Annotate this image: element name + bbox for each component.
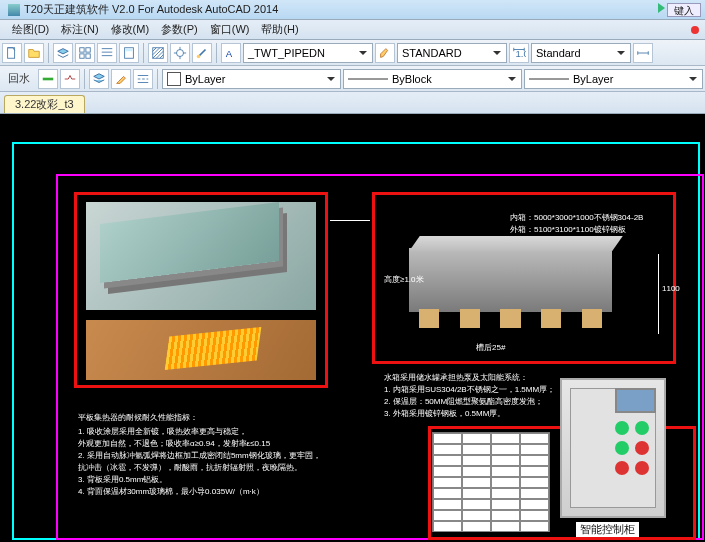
toolbar-row-1: A _TWT_PIPEDN STANDARD 1.0 Standard <box>0 40 705 66</box>
dimstyle-value: Standard <box>536 47 581 59</box>
text-icon[interactable]: A <box>221 43 241 63</box>
tab-strip: 3.22改彩_t3 <box>0 92 705 114</box>
grid-icon[interactable] <box>75 43 95 63</box>
new-icon[interactable] <box>2 43 22 63</box>
hatch-icon[interactable] <box>148 43 168 63</box>
svg-rect-6 <box>126 48 133 51</box>
chevron-down-icon <box>505 72 519 86</box>
style-icon[interactable] <box>192 43 212 63</box>
layers-icon[interactable] <box>89 69 109 89</box>
title-bar: T20天正建筑软件 V2.0 For Autodesk AutoCAD 2014… <box>0 0 705 20</box>
panel-spec-2b: 抗冲击（冰雹，不发弹），耐酸雨，抗折射辐射照，夜晚隔热。 <box>78 462 398 474</box>
calc-icon[interactable] <box>119 43 139 63</box>
textstyle-combo[interactable]: STANDARD <box>397 43 507 63</box>
keyword-input[interactable]: 键入 <box>667 3 701 17</box>
tank-note-left: 高度≥1.0米 <box>384 274 424 286</box>
model-viewport[interactable]: 1100 内箱：5000*3000*1000不锈钢304-2B 外箱：5100*… <box>0 114 705 542</box>
tank-spec-head: 水箱采用储水罐承担热泵及太阳能系统： <box>384 372 604 384</box>
dim-icon[interactable]: 1.0 <box>509 43 529 63</box>
svg-text:A: A <box>226 48 233 59</box>
menu-modify[interactable]: 修改(M) <box>105 22 156 37</box>
valve-icon[interactable] <box>60 69 80 89</box>
color-value: ByLayer <box>185 73 225 85</box>
lineweight-value: ByLayer <box>573 73 613 85</box>
panel-spec-1: 1. 吸收涂层采用全新镀，吸热效率更高与稳定， <box>78 426 378 438</box>
menu-window[interactable]: 窗口(W) <box>204 22 256 37</box>
chevron-down-icon <box>490 46 504 60</box>
chevron-down-icon <box>686 72 700 86</box>
menu-draw[interactable]: 绘图(D) <box>6 22 55 37</box>
open-icon[interactable] <box>24 43 44 63</box>
drawing-panel-base <box>86 320 316 380</box>
list-icon[interactable] <box>97 43 117 63</box>
svg-text:1.0: 1.0 <box>516 48 527 59</box>
tank-note-2: 外箱：5100*3100*1100镀锌钢板 <box>510 224 626 236</box>
prefs-icon[interactable] <box>170 43 190 63</box>
chevron-down-icon <box>614 46 628 60</box>
panel-spec-2: 2. 采用自动脉冲氩弧焊将边框加工成密闭结5mm钢化玻璃，更牢固， <box>78 450 398 462</box>
linetype2-value: ByBlock <box>392 73 432 85</box>
svg-point-9 <box>197 54 201 58</box>
dimstyle-combo[interactable]: Standard <box>531 43 631 63</box>
cabinet-label: 智能控制柜 <box>576 522 639 537</box>
menu-param[interactable]: 参数(P) <box>155 22 204 37</box>
tank-note-1: 内箱：5000*3000*1000不锈钢304-2B <box>510 212 643 224</box>
svg-rect-1 <box>80 47 84 51</box>
brush-icon[interactable] <box>375 43 395 63</box>
linetype-combo[interactable]: _TWT_PIPEDN <box>243 43 373 63</box>
tank-note-bot: 槽后25# <box>476 342 505 354</box>
panel-spec-head: 平板集热器的耐候耐久性能指标： <box>78 412 348 424</box>
chevron-down-icon <box>356 46 370 60</box>
drawing-solar-panel <box>86 202 316 310</box>
panel-spec-1b: 外观更加自然，不退色；吸收率α≥0.94，发射率ε≤0.15 <box>78 438 378 450</box>
svg-rect-2 <box>86 47 90 51</box>
record-icon <box>691 26 699 34</box>
panel-spec-4: 4. 背面保温材30mm玻璃棉，最小导0.035W/（m·k） <box>78 486 378 498</box>
tank-spec-1: 1. 内箱采用SUS304/2B不锈钢之一，1.5MM厚； <box>384 384 604 396</box>
dim-settings-icon[interactable] <box>633 43 653 63</box>
matchprop-icon[interactable] <box>111 69 131 89</box>
drawing-tab[interactable]: 3.22改彩_t3 <box>4 95 85 113</box>
menu-help[interactable]: 帮助(H) <box>255 22 304 37</box>
svg-point-8 <box>177 49 184 56</box>
linetype-mgr-icon[interactable] <box>133 69 153 89</box>
row2-label: 回水 <box>2 71 36 86</box>
layer-props-icon[interactable] <box>53 43 73 63</box>
play-icon[interactable] <box>658 3 665 13</box>
lineweight-combo[interactable]: ByLayer <box>524 69 703 89</box>
panel-spec-3: 3. 背板采用0.5mm铝板。 <box>78 474 378 486</box>
chevron-down-icon <box>324 72 338 86</box>
window-title: T20天正建筑软件 V2.0 For Autodesk AutoCAD 2014 <box>24 2 278 17</box>
leader-line <box>330 220 370 221</box>
linetype2-combo[interactable]: ByBlock <box>343 69 522 89</box>
toolbar-row-2: 回水 ByLayer ByBlock ByLayer <box>0 66 705 92</box>
app-icon <box>8 4 20 16</box>
spec-table <box>432 432 550 532</box>
textstyle-value: STANDARD <box>402 47 462 59</box>
svg-rect-3 <box>80 53 84 57</box>
menu-dim[interactable]: 标注(N) <box>55 22 104 37</box>
svg-rect-4 <box>86 53 90 57</box>
menu-bar: 绘图(D) 标注(N) 修改(M) 参数(P) 窗口(W) 帮助(H) <box>0 20 705 40</box>
color-combo[interactable]: ByLayer <box>162 69 341 89</box>
tank-spec-3: 3. 外箱采用镀锌钢板，0.5MM厚。 <box>384 408 604 420</box>
tank-spec-2: 2. 保温层：50MM阻燃型聚氨酯高密度发泡； <box>384 396 604 408</box>
pipe-icon[interactable] <box>38 69 58 89</box>
color-swatch <box>167 72 181 86</box>
linetype-value: _TWT_PIPEDN <box>248 47 325 59</box>
